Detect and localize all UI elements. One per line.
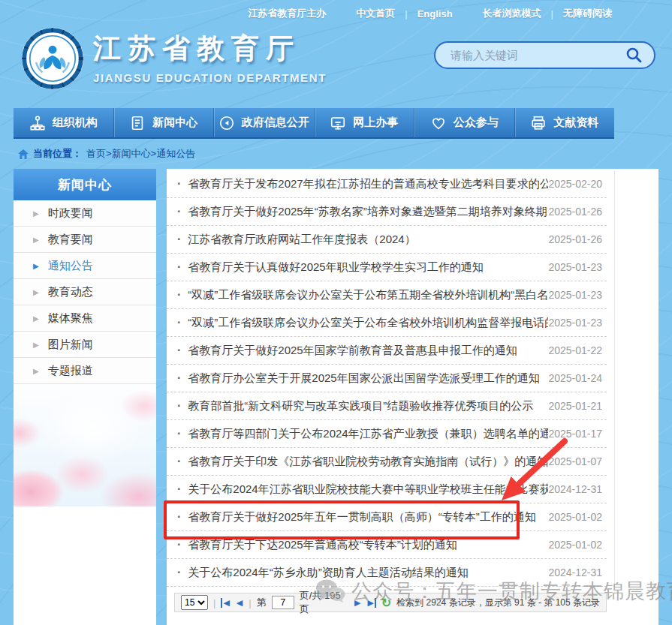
nav-label: 新闻中心	[152, 116, 197, 130]
news-title-link[interactable]: 教育部首批“新文科研究与改革实践项目”结题验收推荐优秀项目的公示	[188, 399, 533, 413]
topbar-link-host[interactable]: 江苏省教育厅主办	[248, 7, 326, 20]
next-page-button[interactable]: ▶	[354, 598, 361, 608]
sidebar-item[interactable]: ▶ 媒体聚焦	[14, 305, 156, 332]
news-title-link[interactable]: 江苏省教育厅政府网站工作年度报表（2024）	[188, 233, 415, 247]
nav-label: 政府信息公开	[242, 116, 309, 130]
site-subtitle: JIANGSU EDUCATION DEPARTMENT	[93, 71, 327, 84]
nav-item-news-center[interactable]: 新闻中心	[113, 108, 214, 137]
bullet-icon: ·	[177, 482, 181, 496]
breadcrumb-prefix: 当前位置：	[33, 147, 82, 161]
news-title-link[interactable]: 关于公布2024年“苏乡永助”资助育人主题活动结果的通知	[188, 566, 468, 580]
news-date: 2024-12-31	[548, 566, 602, 578]
sidebar-item[interactable]: ▶ 时政要闻	[14, 200, 156, 227]
jiangsu-education-emblem-icon	[21, 27, 84, 90]
news-title-link[interactable]: 关于公布2024年江苏省职业院校技能大赛中等职业学校班主任能力比赛获奖...	[188, 482, 548, 497]
search-input[interactable]	[451, 49, 624, 62]
news-title-link[interactable]: “双减”工作省级联席会议办公室关于公布全省校外培训机构监督举报电话的公...	[188, 316, 548, 330]
bullet-icon: ·	[177, 538, 181, 551]
nav-label: 网上办事	[353, 116, 398, 130]
topbar-link-elder-mode[interactable]: 长者浏览模式	[483, 7, 541, 20]
bullet-icon: ·	[177, 510, 181, 524]
news-title-link[interactable]: 省教育厅关于认真做好2025年职业学校学生实习工作的通知	[188, 260, 483, 275]
nav-item-online-services[interactable]: 网上办事	[314, 108, 414, 137]
separator: |	[405, 8, 407, 20]
chevron-right-icon: ▶	[33, 367, 39, 375]
news-date: 2025-01-21	[548, 400, 602, 412]
sidebar-item[interactable]: ▶ 专题报道	[14, 358, 156, 384]
news-date: 2024-12-31	[548, 483, 602, 495]
news-title-link[interactable]: 省教育厅关于发布2027年拟在江苏招生的普通高校专业选考科目要求的公告	[188, 177, 548, 191]
news-date: 2025-01-02	[548, 511, 602, 523]
topbar: 江苏省教育厅主办 中文首页 | English 长者浏览模式 | 无障碍阅读	[248, 7, 612, 20]
news-title-link[interactable]: 省教育厅办公室关于开展2025年国家公派出国留学选派受理工作的通知	[188, 371, 539, 386]
news-row: · 关于公布2024年“苏乡永助”资助育人主题活动结果的通知 2024-12-3…	[167, 559, 607, 587]
bullet-icon: ·	[177, 371, 181, 385]
bullet-icon: ·	[177, 288, 181, 302]
sidebar-item-label: 图片新闻	[48, 338, 93, 352]
news-row: · 省教育厅关于印发《江苏省职业院校劳动教育实施指南（试行）》的通知 2025-…	[167, 448, 607, 476]
sidebar-item[interactable]: ▶ 通知公告	[14, 253, 156, 279]
nav-item-documents[interactable]: 文献资料	[514, 108, 615, 137]
refresh-icon[interactable]: ↻	[381, 596, 391, 610]
news-title-link[interactable]: 省教育厅关于印发《江苏省职业院校劳动教育实施指南（试行）》的通知	[188, 455, 548, 469]
topbar-link-english[interactable]: English	[417, 8, 453, 20]
news-title-link[interactable]: 省教育厅关于做好2025年国家学前教育普及普惠县申报工作的通知	[188, 344, 517, 358]
sidebar-item[interactable]: ▶ 教育动态	[14, 279, 156, 305]
pagination-bar: 15 | ◀ ◀ | 第 页/共 195 页 ▶ ▶ ↻ 检索到 2924 条记…	[174, 593, 607, 612]
news-title-link[interactable]: 省教育厅等四部门关于公布2024年江苏省产业教授（兼职）选聘名单的通知	[188, 427, 548, 441]
news-panel: · 省教育厅关于发布2027年拟在江苏招生的普通高校专业选考科目要求的公告 20…	[167, 169, 658, 625]
sidebar-item-label: 教育动态	[48, 285, 93, 299]
sidebar-item[interactable]: ▶ 图片新闻	[14, 332, 156, 358]
sidebar-item-label: 通知公告	[48, 259, 93, 273]
news-row: · 省教育厅关于发布2027年拟在江苏招生的普通高校专业选考科目要求的公告 20…	[167, 170, 607, 198]
bullet-icon: ·	[177, 399, 181, 413]
info-disclosure-icon	[218, 115, 235, 131]
topbar-link-chinese-home[interactable]: 中文首页	[356, 7, 395, 20]
heart-icon	[430, 115, 447, 131]
topbar-link-accessibility[interactable]: 无障碍阅读	[563, 7, 612, 20]
news-date: 2025-01-23	[548, 317, 602, 329]
nav-item-public-participation[interactable]: 公众参与	[414, 108, 514, 137]
news-row: · 关于公布2024年江苏省职业院校技能大赛中等职业学校班主任能力比赛获奖...…	[167, 476, 607, 503]
sidebar-title: 新闻中心	[14, 169, 156, 200]
news-date: 2025-01-17	[548, 428, 602, 440]
site-brand: 江苏省教育厅 JIANGSU EDUCATION DEPARTMENT	[93, 30, 327, 84]
bullet-icon: ·	[177, 233, 181, 246]
breadcrumb-path[interactable]: 首页>新闻中心>通知公告	[86, 147, 195, 161]
monitor-icon	[330, 115, 346, 131]
first-page-button[interactable]: ◀	[221, 598, 230, 608]
bullet-icon: ·	[177, 455, 181, 468]
news-date: 2025-01-24	[548, 372, 602, 384]
chevron-right-icon: ▶	[33, 262, 39, 270]
prev-page-button[interactable]: ◀	[236, 598, 243, 608]
bullet-icon: ·	[177, 260, 181, 274]
sidebar-item[interactable]: ▶ 教育要闻	[14, 227, 156, 253]
breadcrumb: 当前位置： 首页>新闻中心>通知公告	[18, 147, 195, 161]
search-button[interactable]	[624, 46, 643, 65]
site-logo[interactable]	[21, 27, 84, 90]
records-summary: 检索到 2924 条记录，显示第 91 条 - 第 105 条记录	[396, 596, 600, 609]
news-title-link[interactable]: 省教育厅关于下达2025年普通高校“专转本”计划的通知	[188, 538, 457, 552]
last-page-button[interactable]: ▶	[366, 598, 375, 608]
bullet-icon: ·	[177, 316, 181, 329]
nav-item-gov-info[interactable]: 政府信息公开	[213, 108, 314, 137]
news-date: 2025-01-26	[548, 233, 602, 245]
page-number-input[interactable]	[272, 596, 294, 609]
news-row: · 教育部首批“新文科研究与改革实践项目”结题验收推荐优秀项目的公示 2025-…	[167, 392, 607, 420]
chevron-right-icon: ▶	[33, 236, 39, 244]
news-title-link[interactable]: 省教育厅关于做好2025年“苏教名家”培养对象遴选暨第二期培养对象终期...	[188, 205, 548, 219]
page-size-select[interactable]: 15	[181, 595, 208, 610]
news-row: · “双减”工作省级联席会议办公室关于公布全省校外培训机构监督举报电话的公...…	[167, 309, 607, 337]
chevron-right-icon: ▶	[33, 209, 39, 218]
magnifier-icon	[625, 46, 643, 64]
page-total-label: 页/共 195 页	[300, 589, 348, 616]
news-date: 2025-01-23	[548, 261, 602, 273]
news-list: · 省教育厅关于发布2027年拟在江苏招生的普通高校专业选考科目要求的公告 20…	[167, 170, 615, 587]
news-title-link[interactable]: “双减”工作省级联席会议办公室关于公布第五期全省校外培训机构“黑白名单...	[188, 288, 548, 302]
nav-item-organization[interactable]: 组织机构	[14, 108, 113, 137]
news-date: 2025-01-22	[548, 344, 602, 356]
news-title-link[interactable]: 省教育厅关于做好2025年五年一贯制高职（高师）“专转本”工作的通知	[188, 510, 535, 524]
news-row: · 江苏省教育厅政府网站工作年度报表（2024） 2025-01-26	[167, 226, 607, 254]
chevron-right-icon: ▶	[33, 314, 39, 323]
chevron-right-icon: ▶	[33, 288, 39, 296]
